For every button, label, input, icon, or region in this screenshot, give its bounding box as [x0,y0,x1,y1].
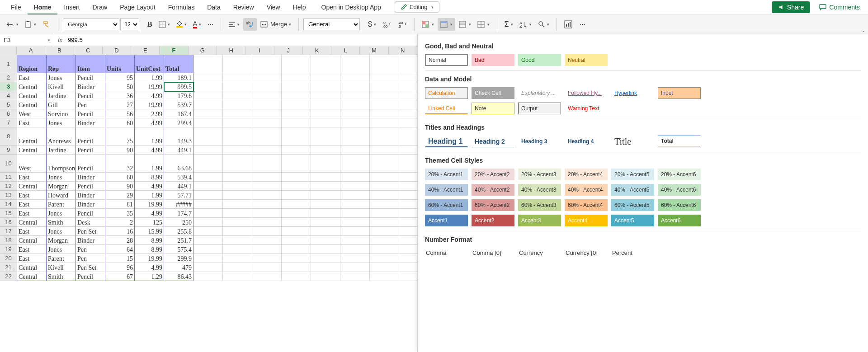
cell-G17[interactable] [193,227,223,236]
row-header-14[interactable]: 14 [0,200,17,209]
cell-H7[interactable] [223,118,252,127]
style-20-accent4[interactable]: 20% - Accent4 [565,169,608,180]
cell-E19[interactable]: 8.99 [135,245,164,254]
cell-F7[interactable]: 299.4 [164,118,193,127]
cell-L4[interactable] [340,91,370,100]
row-header-4[interactable]: 4 [0,91,17,100]
cell-N16[interactable] [399,218,417,227]
cell-E3[interactable]: 19.99 [135,82,164,91]
row-header-2[interactable]: 2 [0,73,17,82]
wrap-text-button[interactable]: ab [243,18,257,31]
cell-J1[interactable] [282,55,311,73]
cell-C10[interactable]: Pencil [76,155,105,173]
cell-I15[interactable] [252,209,282,218]
cell-M4[interactable] [370,91,399,100]
cell-E11[interactable]: 8.99 [135,173,164,182]
cell-H2[interactable] [223,73,252,82]
col-header-N[interactable]: N [389,46,417,55]
style-linked-cell[interactable]: Linked Cell [425,103,468,114]
cell-C20[interactable]: Pen [76,254,105,263]
style-accent3[interactable]: Accent3 [518,215,561,226]
cell-I4[interactable] [252,91,282,100]
cell-L1[interactable] [340,55,370,73]
style-neutral[interactable]: Neutral [565,54,608,66]
cell-N19[interactable] [399,245,417,254]
cell-J21[interactable] [282,263,311,272]
cell-G18[interactable] [193,236,223,245]
number-format-select[interactable]: General [303,19,360,30]
cell-N2[interactable] [399,73,417,82]
cell-H21[interactable] [223,263,252,272]
cell-F6[interactable]: 167.4 [164,109,193,118]
style-heading4[interactable]: Heading 4 [565,136,608,147]
numfmt-comma-0-[interactable]: Comma [0] [472,248,514,258]
align-button[interactable]: ▾ [226,18,242,31]
cell-J19[interactable] [282,245,311,254]
cell-H18[interactable] [223,236,252,245]
open-desktop-link[interactable]: Open in Desktop App [321,4,381,11]
cell-I5[interactable] [252,100,282,109]
merge-button[interactable]: Merge▾ [258,18,294,31]
cell-A10[interactable]: West [17,155,47,173]
cell-D14[interactable]: 81 [105,200,135,209]
cell-L9[interactable] [340,145,370,155]
cell-J3[interactable] [282,82,311,91]
cell-C9[interactable]: Pencil [76,145,105,155]
cell-D9[interactable]: 90 [105,145,135,155]
cell-D13[interactable]: 29 [105,191,135,200]
cell-G6[interactable] [193,109,223,118]
cell-K14[interactable] [311,200,340,209]
cell-G5[interactable] [193,100,223,109]
cell-L22[interactable] [340,272,370,281]
editing-mode-button[interactable]: Editing ▾ [395,1,439,13]
cell-D6[interactable]: 56 [105,109,135,118]
col-header-B[interactable]: B [45,46,74,55]
col-header-M[interactable]: M [360,46,388,55]
cell-K10[interactable] [311,155,340,173]
cell-A5[interactable]: Central [17,100,47,109]
cell-N15[interactable] [399,209,417,218]
cell-D5[interactable]: 27 [105,100,135,109]
numfmt-currency-0-[interactable]: Currency [0] [565,248,608,258]
cell-J6[interactable] [282,109,311,118]
cell-A21[interactable]: Central [17,263,47,272]
style-explanatory[interactable]: Explanatory ... [518,87,561,99]
cell-I1[interactable] [252,55,282,73]
cell-B1[interactable]: Rep [47,55,76,73]
cell-styles-button[interactable]: ▾ [438,18,455,31]
cell-I2[interactable] [252,73,282,82]
style-heading2[interactable]: Heading 2 [472,136,514,147]
cell-A9[interactable]: Central [17,145,47,155]
cell-F12[interactable]: 449.1 [164,182,193,191]
cell-J13[interactable] [282,191,311,200]
row-header-21[interactable]: 21 [0,263,17,272]
cell-C11[interactable]: Binder [76,173,105,182]
cell-G15[interactable] [193,209,223,218]
cell-G9[interactable] [193,145,223,155]
style-total[interactable]: Total [658,136,701,147]
cell-C14[interactable]: Binder [76,200,105,209]
col-header-H[interactable]: H [217,46,245,55]
cell-G7[interactable] [193,118,223,127]
conditional-format-button[interactable]: ▾ [419,18,437,31]
cell-I8[interactable] [252,127,282,145]
cell-L19[interactable] [340,245,370,254]
cell-I10[interactable] [252,155,282,173]
cell-F10[interactable]: 63.68 [164,155,193,173]
cell-N9[interactable] [399,145,417,155]
cell-E15[interactable]: 4.99 [135,209,164,218]
cell-K16[interactable] [311,218,340,227]
cell-J8[interactable] [282,127,311,145]
style-60-accent3[interactable]: 60% - Accent3 [518,199,561,211]
cell-A13[interactable]: East [17,191,47,200]
cell-M15[interactable] [370,209,399,218]
cell-L11[interactable] [340,173,370,182]
insert-cells-button[interactable]: ▾ [475,18,492,31]
cell-E18[interactable]: 8.99 [135,236,164,245]
cell-B9[interactable]: Jardine [47,145,76,155]
cell-K8[interactable] [311,127,340,145]
cell-E21[interactable]: 4.99 [135,263,164,272]
cell-E10[interactable]: 1.99 [135,155,164,173]
cell-D20[interactable]: 15 [105,254,135,263]
select-all-corner[interactable] [0,46,17,55]
